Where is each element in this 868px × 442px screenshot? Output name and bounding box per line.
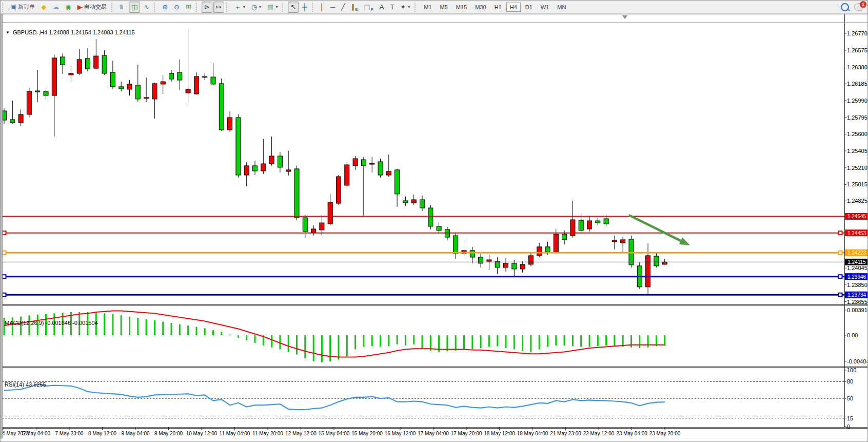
chevron-down-icon[interactable]: ▾ <box>259 5 261 9</box>
timeframe-button-d1[interactable]: D1 <box>522 3 536 12</box>
price-axis-label: 1.26770 <box>847 30 867 36</box>
candle-body <box>512 263 517 269</box>
symbol-menu-arrow[interactable]: ▼ <box>6 30 10 35</box>
timeframe-button-m30[interactable]: M30 <box>471 3 489 12</box>
bar-chart-button[interactable]: ⊪ <box>117 2 128 13</box>
candle-body <box>52 58 56 95</box>
fibonacci-button[interactable]: ▤F <box>362 2 376 13</box>
channel-icon-sub: E <box>355 7 358 12</box>
chevron-down-icon[interactable]: ▾ <box>243 5 245 9</box>
candle-body <box>479 257 483 263</box>
orange-pivot-line-handle[interactable] <box>839 251 842 255</box>
candle-body <box>654 256 659 266</box>
cursor-button[interactable]: ↖ <box>288 2 299 13</box>
auto-scroll-button[interactable]: ⊳ <box>202 2 212 13</box>
signals-button[interactable]: ◉ <box>63 2 73 13</box>
autotrading-button[interactable]: ▶自动交易 <box>75 2 109 13</box>
macd-axis-bottom-label: -0.004049 <box>847 358 868 364</box>
rsi-axis-label: 100 <box>847 367 856 373</box>
candle-body <box>119 87 124 89</box>
candle-body <box>386 171 391 175</box>
market-watch-button[interactable]: ◆ <box>38 2 49 13</box>
text-label-button[interactable]: T <box>387 2 397 13</box>
support-line-1-handle[interactable] <box>839 275 842 278</box>
date-axis-label: 23 May 20:00 <box>649 431 681 436</box>
candle-body <box>587 221 592 229</box>
candlestick-chart-button[interactable]: ◫ <box>129 2 140 13</box>
toolbar-grip <box>226 3 230 12</box>
periods-button[interactable]: ◷▾ <box>249 2 264 13</box>
notifications-icon[interactable]: 1 <box>854 3 863 11</box>
horizontal-line-button[interactable]: ─ <box>328 2 338 13</box>
orange-pivot-line-handle[interactable] <box>3 251 6 255</box>
chevron-down-icon[interactable]: ▾ <box>275 5 278 9</box>
date-axis-label: 9 May 04:00 <box>121 431 149 436</box>
resistance-line-2-handle[interactable] <box>839 231 842 235</box>
date-axis-label: 15 May 20:00 <box>351 431 383 436</box>
support-line-1-handle[interactable] <box>3 275 6 278</box>
text-button[interactable]: A <box>377 2 387 13</box>
date-axis-label: 15 May 04:00 <box>319 431 350 436</box>
date-axis-label: 12 May 12:00 <box>285 431 317 436</box>
date-axis-label: 23 May 04:00 <box>616 431 647 436</box>
candle-body <box>135 85 140 99</box>
date-axis-label: 17 May 20:00 <box>451 431 482 436</box>
candle-body <box>370 163 374 164</box>
support-line-2-handle[interactable] <box>3 293 6 297</box>
new-order-button[interactable]: ▣新订单 <box>8 2 37 13</box>
candle-body <box>328 202 332 224</box>
navigator-button[interactable]: ☁ <box>50 2 62 13</box>
zoom-in-button[interactable]: ⊕ <box>160 2 170 13</box>
clock-icon: ◷ <box>251 4 257 10</box>
vertical-line-button[interactable]: │ <box>318 2 327 13</box>
search-icon[interactable] <box>841 3 849 11</box>
price-axis-label: 1.25405 <box>847 148 867 154</box>
price-axis-label: 1.23850 <box>847 282 867 288</box>
market-watch-icon: ◆ <box>41 4 46 10</box>
price-axis-label: 1.23655 <box>847 299 867 305</box>
candle-body <box>395 170 400 194</box>
tile-windows-button[interactable]: ⊞ <box>183 2 194 13</box>
zoom-out-button[interactable]: ⊖ <box>171 2 182 13</box>
date-axis-label: 5 May 04:00 <box>22 431 50 436</box>
chart-title-text: GBPUSD-,H4 1.24088 1.24154 1.24083 1.241… <box>13 29 135 35</box>
candle-body <box>662 262 667 264</box>
candle-body <box>102 55 107 73</box>
candle-body <box>161 82 165 84</box>
chevron-down-icon[interactable]: ▾ <box>408 5 410 9</box>
bid-price-tag-text: 1.24115 <box>847 259 866 265</box>
toolbar-grip <box>312 3 315 12</box>
line-chart-button[interactable]: ∿ <box>141 2 152 13</box>
candle-body <box>18 114 23 123</box>
templates-button[interactable]: ▦▾ <box>265 2 280 13</box>
date-axis-label: 10 May 12:00 <box>186 431 218 436</box>
price-axis-label: 1.25600 <box>847 131 867 137</box>
chart-shift-button[interactable]: ↦ <box>213 2 224 13</box>
timeframe-button-m1[interactable]: M1 <box>420 3 435 12</box>
timeframe-button-h4[interactable]: H4 <box>506 3 521 12</box>
trendline-button[interactable]: ╱ <box>339 2 348 13</box>
equidistant-channel-button[interactable]: ∥E <box>349 2 361 13</box>
candle-body <box>504 263 508 267</box>
timeframe-button-h1[interactable]: H1 <box>491 3 505 12</box>
indicators-button[interactable]: ＋▾ <box>232 2 248 13</box>
macd-axis-top-label: 0.003914 <box>847 307 868 313</box>
timeframe-button-mn[interactable]: MN <box>554 3 569 12</box>
candle-body <box>612 240 617 242</box>
resistance-line-2-handle[interactable] <box>3 231 6 235</box>
candle-body <box>286 170 291 171</box>
timeframe-button-w1[interactable]: W1 <box>537 3 553 12</box>
toolbar-right-area: 1 <box>841 3 863 11</box>
support-line-2-handle[interactable] <box>839 293 842 297</box>
crosshair-icon: ┼ <box>302 4 307 10</box>
date-axis-label: 22 May 12:00 <box>583 431 615 436</box>
candle-body <box>403 201 408 203</box>
crosshair-button[interactable]: ┼ <box>300 2 309 13</box>
timeframe-button-m15[interactable]: M15 <box>452 3 470 12</box>
timeframe-button-m5[interactable]: M5 <box>437 3 451 12</box>
candle-body <box>35 91 40 92</box>
candle-body <box>361 160 366 166</box>
candle-body <box>487 260 491 261</box>
arrows-button[interactable]: ✦▾ <box>398 2 412 13</box>
candle-body <box>77 60 82 73</box>
